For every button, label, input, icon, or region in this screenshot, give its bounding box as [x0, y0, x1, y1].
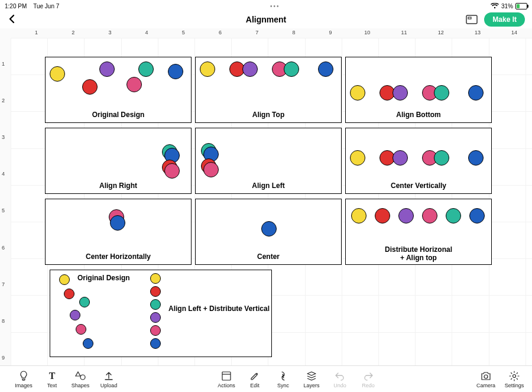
title-bar: Alignment Make It	[0, 11, 532, 28]
tool-text[interactable]: T Text	[38, 370, 66, 388]
ruler-v-tick: 8	[2, 318, 5, 324]
shape-circle[interactable]	[350, 150, 365, 166]
shape-circle[interactable]	[284, 61, 299, 77]
ruler-h-tick: 11	[401, 30, 407, 35]
edit-icon	[249, 370, 260, 382]
mat-preview-icon[interactable]	[465, 13, 478, 26]
panel-center-horizontally: Center Horizontally	[45, 199, 192, 265]
tool-undo-label: Undo	[333, 383, 346, 388]
ruler-h-tick: 4	[145, 30, 148, 35]
shape-circle[interactable]	[150, 299, 161, 310]
shape-circle[interactable]	[392, 85, 408, 101]
shape-circle[interactable]	[242, 61, 258, 77]
shape-circle[interactable]	[434, 150, 449, 166]
tool-actions[interactable]: Actions	[212, 370, 241, 388]
panel-align-left-label: Align Left	[196, 182, 341, 190]
shape-circle[interactable]	[468, 85, 484, 101]
shape-circle[interactable]	[150, 325, 161, 336]
shape-circle[interactable]	[375, 208, 390, 223]
ruler-h-tick: 9	[329, 30, 332, 35]
shape-circle[interactable]	[469, 208, 485, 223]
shape-circle[interactable]	[164, 163, 180, 179]
ruler-v-tick: 4	[2, 171, 5, 177]
shape-circle[interactable]	[126, 77, 142, 92]
tool-sync[interactable]: Sync	[269, 370, 297, 388]
shape-circle[interactable]	[150, 286, 161, 297]
shape-circle[interactable]	[446, 208, 461, 223]
shape-circle[interactable]	[76, 324, 86, 335]
make-it-button[interactable]: Make It	[484, 12, 525, 27]
shape-circle[interactable]	[398, 208, 414, 223]
ruler-h-tick: 5	[182, 30, 185, 35]
lightbulb-icon	[18, 370, 29, 382]
ruler-horizontal: 1234567891011121314	[11, 28, 532, 38]
panel-ex2-original-label: Original Design	[77, 274, 130, 282]
shape-circle[interactable]	[318, 61, 333, 77]
shape-circle[interactable]	[82, 79, 98, 95]
redo-icon	[363, 370, 374, 382]
tool-edit-label: Edit	[250, 383, 259, 388]
page-title: Alignment	[0, 15, 532, 24]
ruler-h-tick: 13	[475, 30, 481, 35]
battery-percent: 31%	[501, 3, 513, 9]
shape-circle[interactable]	[150, 338, 161, 349]
shape-circle[interactable]	[392, 150, 408, 166]
shape-circle[interactable]	[150, 273, 161, 284]
tool-images[interactable]: Images	[9, 370, 38, 388]
tool-upload[interactable]: Upload	[95, 370, 123, 388]
ruler-v-tick: 1	[2, 61, 5, 67]
shape-circle[interactable]	[110, 215, 125, 231]
ruler-h-tick: 2	[72, 30, 74, 35]
shape-circle[interactable]	[99, 61, 115, 77]
panel-original-label: Original Design	[46, 111, 191, 119]
shape-circle[interactable]	[59, 274, 70, 285]
design-canvas[interactable]: Original Design Align Top Align Bottom A…	[11, 38, 532, 366]
tool-actions-label: Actions	[218, 383, 235, 388]
ruler-v-tick: 6	[2, 245, 5, 251]
shape-circle[interactable]	[64, 289, 74, 299]
shape-circle[interactable]	[434, 85, 449, 101]
status-bar: 1:20 PM Tue Jun 7 ••• 31%	[0, 0, 532, 11]
shape-circle[interactable]	[351, 208, 366, 223]
shape-circle[interactable]	[422, 208, 437, 223]
ruler-vertical: 12345678910	[0, 38, 11, 366]
layers-icon	[306, 370, 317, 382]
sync-icon	[278, 370, 288, 382]
svg-point-5	[513, 374, 516, 377]
ruler-v-tick: 5	[2, 208, 5, 213]
back-button[interactable]	[7, 13, 21, 27]
ruler-h-tick: 8	[292, 30, 295, 35]
shape-circle[interactable]	[150, 312, 161, 323]
shape-circle[interactable]	[261, 221, 277, 237]
tool-redo[interactable]: Redo	[354, 370, 382, 388]
ruler-h-tick: 14	[511, 30, 517, 35]
tool-shapes[interactable]: Shapes	[66, 370, 95, 388]
status-time-date: 1:20 PM Tue Jun 7	[5, 3, 59, 9]
panel-center-horizontally-label: Center Horizontally	[46, 252, 191, 261]
shape-circle[interactable]	[350, 85, 365, 101]
tool-camera[interactable]: Camera	[472, 370, 500, 388]
shape-circle[interactable]	[168, 64, 183, 79]
panel-distribute-label-2: + Align top	[346, 254, 491, 262]
shape-circle[interactable]	[203, 162, 219, 177]
tool-layers[interactable]: Layers	[297, 370, 326, 388]
tool-edit[interactable]: Edit	[241, 370, 269, 388]
shape-circle[interactable]	[79, 297, 90, 307]
shape-circle[interactable]	[83, 338, 93, 349]
shape-circle[interactable]	[70, 310, 80, 320]
tool-redo-label: Redo	[362, 383, 375, 388]
workspace: 1234567891011121314 12345678910 Original…	[0, 28, 532, 366]
tool-undo[interactable]: Undo	[326, 370, 354, 388]
wifi-icon	[491, 3, 499, 9]
shape-circle[interactable]	[138, 61, 154, 77]
shape-circle[interactable]	[468, 150, 484, 166]
ruler-h-tick: 6	[219, 30, 222, 35]
upload-icon	[103, 370, 114, 382]
battery-icon	[515, 3, 527, 9]
ruler-v-tick: 2	[2, 98, 5, 103]
shape-circle[interactable]	[200, 61, 215, 77]
tool-layers-label: Layers	[303, 383, 319, 388]
tool-settings[interactable]: Settings	[500, 370, 528, 388]
ruler-h-tick: 1	[35, 30, 38, 35]
shape-circle[interactable]	[50, 66, 65, 82]
